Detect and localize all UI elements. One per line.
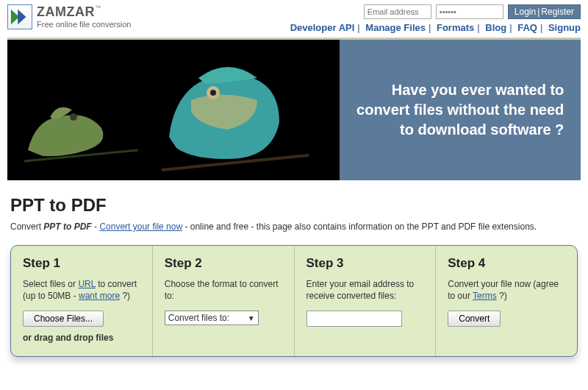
- hero-line-3: to download software ?: [356, 120, 564, 140]
- svg-point-2: [70, 113, 77, 121]
- hero-banner: Have you ever wanted to convert files wi…: [7, 38, 581, 180]
- step-3: Step 3 Enter your email address to recei…: [295, 246, 437, 356]
- format-select[interactable]: Convert files to: ▼: [165, 311, 259, 325]
- trademark: ™: [95, 4, 101, 11]
- step-2-title: Step 2: [165, 256, 282, 271]
- brand-tagline: Free online file conversion: [37, 20, 131, 29]
- nav-faq[interactable]: FAQ: [517, 22, 537, 33]
- login-label: Login: [514, 7, 536, 17]
- step-2-text: Choose the format to convert to:: [165, 278, 282, 303]
- nav-signup[interactable]: Signup: [548, 22, 581, 33]
- login-register-button[interactable]: Login|Register: [508, 4, 581, 19]
- convert-button[interactable]: Convert: [448, 311, 501, 327]
- email-input[interactable]: [306, 311, 402, 327]
- step-1-title: Step 1: [23, 256, 140, 271]
- step-1-text: Select files or URL to convert (up to 50…: [23, 278, 140, 303]
- nav-developer-api[interactable]: Developer API: [290, 22, 355, 33]
- nav-formats[interactable]: Formats: [437, 22, 474, 33]
- hero-text-panel: Have you ever wanted to convert files wi…: [340, 40, 581, 180]
- step-4: Step 4 Convert your file now (agree to o…: [436, 246, 577, 356]
- brand-name: ZAMZAR: [37, 4, 95, 19]
- register-label: Register: [541, 7, 574, 17]
- step-3-text: Enter your email address to receive conv…: [306, 278, 424, 303]
- header: ZAMZAR™ Free online file conversion Logi…: [0, 0, 588, 33]
- login-bar: Login|Register: [364, 4, 581, 19]
- step-4-text: Convert your file now (agree to our Term…: [448, 278, 565, 303]
- svg-marker-1: [18, 10, 26, 25]
- chameleon-right-icon: [147, 49, 316, 180]
- password-field[interactable]: [436, 4, 503, 19]
- brand: ZAMZAR™ Free online file conversion: [7, 4, 290, 29]
- top-nav: Developer API| Manage Files| Formats| Bl…: [290, 22, 581, 33]
- logo-icon: [7, 4, 32, 29]
- format-select-label: Convert files to:: [168, 313, 229, 323]
- page-title: PPT to PDF: [10, 195, 578, 216]
- svg-point-4: [210, 90, 216, 96]
- drag-drop-label: or drag and drop files: [23, 333, 140, 343]
- hero-line-2: convert files without the need: [356, 100, 564, 120]
- terms-link[interactable]: Terms: [473, 291, 497, 301]
- step-1: Step 1 Select files or URL to convert (u…: [11, 246, 153, 356]
- nav-manage-files[interactable]: Manage Files: [365, 22, 426, 33]
- convert-now-link[interactable]: Convert your file now: [99, 221, 182, 232]
- chameleon-left-icon: [21, 77, 146, 172]
- step-3-title: Step 3: [306, 256, 424, 271]
- step-4-title: Step 4: [448, 256, 565, 271]
- hero-image: [7, 40, 340, 180]
- chevron-down-icon: ▼: [248, 314, 255, 322]
- nav-blog[interactable]: Blog: [485, 22, 506, 33]
- email-field[interactable]: [364, 4, 431, 19]
- want-more-link[interactable]: want more: [79, 291, 120, 301]
- steps-panel: Step 1 Select files or URL to convert (u…: [10, 245, 578, 357]
- step-2: Step 2 Choose the format to convert to: …: [153, 246, 295, 356]
- choose-files-button[interactable]: Choose Files...: [23, 311, 104, 327]
- hero-line-1: Have you ever wanted to: [356, 80, 564, 100]
- url-link[interactable]: URL: [78, 279, 96, 289]
- page-subtitle: Convert PPT to PDF - Convert your file n…: [10, 221, 578, 232]
